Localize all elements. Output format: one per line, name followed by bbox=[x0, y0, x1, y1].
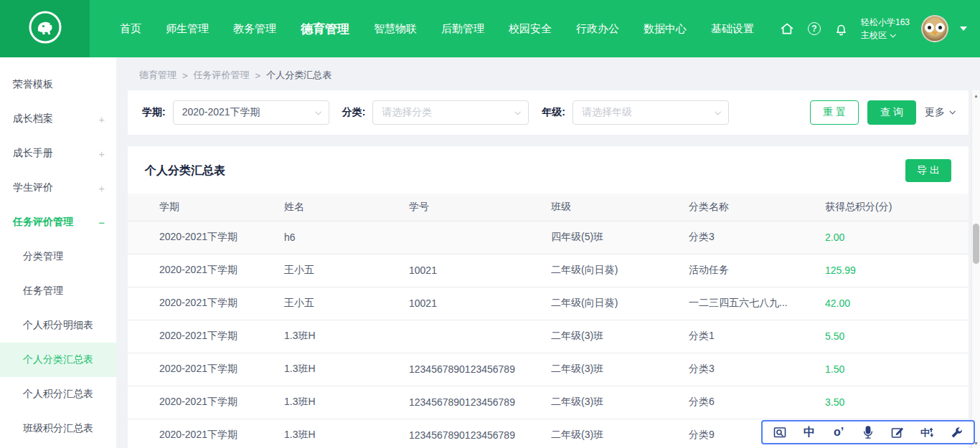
sidebar: 荣誉模板 成长档案 + 成长手册 + 学生评价 + 任务评价管理 − 分类管理 … bbox=[0, 57, 116, 448]
sidebar-subitem-class-score-summary[interactable]: 班级积分汇总表 bbox=[0, 411, 116, 446]
sidebar-subitem-category-mgmt[interactable]: 分类管理 bbox=[0, 239, 116, 274]
chevron-down-icon bbox=[949, 108, 955, 114]
table-row: 2020-2021下学期 王小五 10021 二年级(向日葵) 活动任务 125… bbox=[128, 254, 969, 287]
semester-label: 学期: bbox=[142, 106, 166, 119]
school-name: 轻松小学163 bbox=[861, 16, 910, 29]
ime-panel-icon[interactable] bbox=[772, 424, 788, 440]
breadcrumb-task-eval-mgmt[interactable]: 任务评价管理 bbox=[194, 69, 250, 82]
chinese-mode-icon[interactable]: 中 bbox=[801, 424, 817, 440]
table-row: 2020-2021下学期 1.3班H 1234567890123456789 二… bbox=[128, 386, 969, 419]
main-content: 德育管理 > 任务评价管理 > 个人分类汇总表 学期: 2020-2021下学期… bbox=[116, 57, 980, 448]
breadcrumb-separator: > bbox=[182, 70, 188, 81]
ime-toolbar[interactable]: 中 o’ 中 bbox=[761, 420, 975, 444]
chevron-down-icon bbox=[715, 109, 720, 115]
nav-item-academic-mgmt[interactable]: 教务管理 bbox=[233, 22, 276, 36]
sidebar-subitem-personal-score-detail[interactable]: 个人积分明细表 bbox=[0, 308, 116, 343]
nav-item-basic-settings[interactable]: 基础设置 bbox=[711, 22, 754, 36]
filter-bar: 学期: 2020-2021下学期 分类: 请选择分类 年级: 请选择年级 重 置… bbox=[128, 90, 969, 135]
elephant-logo-icon bbox=[28, 10, 62, 47]
more-toggle[interactable]: 更多 bbox=[925, 106, 954, 119]
table-row: 2020-2021下学期 王小五 10021 二年级(向日葵) 一二三四五六七八… bbox=[128, 287, 969, 320]
sidebar-subitem-task-mgmt[interactable]: 任务管理 bbox=[0, 274, 116, 308]
col-category: 分类名称 bbox=[689, 194, 825, 221]
expand-plus-icon: + bbox=[98, 148, 105, 160]
punctuation-icon[interactable]: o’ bbox=[831, 424, 847, 440]
reset-button[interactable]: 重 置 bbox=[810, 100, 859, 125]
topbar-right: ? 轻松小学163 主校区 bbox=[779, 0, 980, 57]
sidebar-item-task-eval-mgmt[interactable]: 任务评价管理 − bbox=[0, 205, 116, 239]
scrollbar-thumb[interactable] bbox=[973, 224, 979, 264]
sidebar-item-growth-archive[interactable]: 成长档案 + bbox=[0, 102, 116, 136]
search-button[interactable]: 查 询 bbox=[867, 100, 916, 125]
campus-name: 主校区 bbox=[861, 29, 887, 42]
home-icon[interactable] bbox=[779, 21, 795, 37]
category-select[interactable]: 请选择分类 bbox=[372, 100, 529, 125]
table-row: 2020-2021下学期 1.3班H 二年级(3)班 分类1 5.50 bbox=[128, 320, 969, 353]
chevron-down-icon bbox=[890, 32, 895, 37]
breadcrumb-current-page: 个人分类汇总表 bbox=[266, 69, 331, 82]
main-nav: 首页 师生管理 教务管理 德育管理 智慧物联 后勤管理 校园安全 行政办公 数据… bbox=[90, 0, 754, 57]
data-table: 学期 姓名 学号 班级 分类名称 获得总积分(分) 2020-2021下学期 h… bbox=[128, 194, 969, 448]
sidebar-item-honor-template[interactable]: 荣誉模板 bbox=[0, 67, 116, 102]
col-student-id: 学号 bbox=[409, 194, 551, 221]
svg-text:中: 中 bbox=[920, 427, 930, 438]
nav-item-moral-mgmt[interactable]: 德育管理 bbox=[301, 21, 349, 37]
breadcrumb-moral-mgmt[interactable]: 德育管理 bbox=[139, 69, 176, 82]
table-row: 2020-2021下学期 1.3班H 1234567890123456789 二… bbox=[128, 353, 969, 386]
nav-item-admin-office[interactable]: 行政办公 bbox=[576, 22, 619, 36]
nav-item-staff-mgmt[interactable]: 师生管理 bbox=[166, 22, 209, 36]
translate-icon[interactable]: 中 bbox=[919, 424, 935, 440]
page-title: 个人分类汇总表 bbox=[145, 163, 225, 178]
user-menu-caret-icon[interactable] bbox=[960, 27, 967, 31]
nav-item-data-center[interactable]: 数据中心 bbox=[644, 22, 687, 36]
semester-select[interactable]: 2020-2021下学期 bbox=[173, 100, 329, 125]
wrench-icon[interactable] bbox=[948, 424, 964, 440]
topbar: 首页 师生管理 教务管理 德育管理 智慧物联 后勤管理 校园安全 行政办公 数据… bbox=[0, 0, 980, 57]
breadcrumb: 德育管理 > 任务评价管理 > 个人分类汇总表 bbox=[128, 57, 969, 90]
bell-icon[interactable] bbox=[834, 21, 849, 37]
scrollbar-up-arrow[interactable]: ▲ bbox=[972, 90, 980, 100]
col-semester: 学期 bbox=[128, 194, 284, 221]
avatar[interactable] bbox=[921, 15, 948, 42]
table-card: 个人分类汇总表 导 出 学期 姓名 学号 班级 分类名称 获得总积分(分) bbox=[128, 146, 969, 448]
breadcrumb-separator: > bbox=[255, 70, 261, 81]
table-header-row: 学期 姓名 学号 班级 分类名称 获得总积分(分) bbox=[128, 194, 969, 221]
sidebar-subitem-personal-score-summary[interactable]: 个人积分汇总表 bbox=[0, 377, 116, 411]
nav-item-logistics-mgmt[interactable]: 后勤管理 bbox=[441, 22, 484, 36]
mic-icon[interactable] bbox=[860, 424, 876, 440]
grade-select[interactable]: 请选择年级 bbox=[573, 100, 729, 125]
col-total-score: 获得总积分(分) bbox=[825, 194, 969, 221]
help-icon[interactable]: ? bbox=[806, 21, 822, 37]
sidebar-item-student-eval[interactable]: 学生评价 + bbox=[0, 171, 116, 205]
sidebar-subitem-personal-category-summary[interactable]: 个人分类汇总表 bbox=[0, 343, 116, 377]
expand-plus-icon: + bbox=[98, 113, 105, 125]
collapse-minus-icon: − bbox=[98, 216, 105, 229]
nav-item-smart-iot[interactable]: 智慧物联 bbox=[374, 22, 417, 36]
nav-item-home[interactable]: 首页 bbox=[120, 22, 141, 36]
col-class: 班级 bbox=[551, 194, 689, 221]
grade-label: 年级: bbox=[542, 106, 565, 119]
table-row: 2020-2021下学期 h6 四年级(5)班 分类3 2.00 bbox=[128, 221, 969, 254]
nav-item-campus-safety[interactable]: 校园安全 bbox=[509, 22, 552, 36]
chevron-down-icon bbox=[315, 109, 321, 115]
sidebar-item-growth-handbook[interactable]: 成长手册 + bbox=[0, 136, 116, 171]
app-logo[interactable] bbox=[0, 0, 90, 57]
handwriting-icon[interactable] bbox=[890, 424, 905, 440]
expand-plus-icon: + bbox=[98, 182, 105, 194]
category-label: 分类: bbox=[342, 106, 366, 119]
export-button[interactable]: 导 出 bbox=[905, 159, 951, 182]
school-selector[interactable]: 轻松小学163 主校区 bbox=[861, 16, 910, 42]
scrollbar[interactable]: ▲ ▼ bbox=[971, 90, 980, 448]
col-name: 姓名 bbox=[284, 194, 409, 221]
chevron-down-icon bbox=[515, 109, 521, 115]
